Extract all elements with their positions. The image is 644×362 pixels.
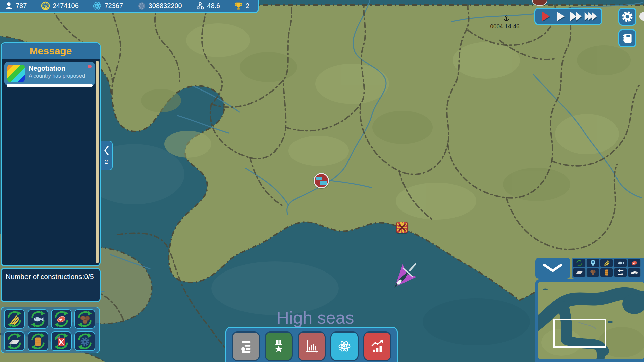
filter-location-button[interactable] (586, 259, 599, 267)
statistics-button[interactable] (299, 333, 325, 360)
recycle-icon (576, 260, 583, 266)
trophy-stat: 2 (234, 2, 249, 10)
research-button[interactable] (331, 333, 358, 360)
minimap-panel (535, 279, 644, 362)
population-stat: 787 (5, 2, 27, 10)
journal-button[interactable] (618, 29, 636, 47)
resource-fish-button[interactable] (28, 309, 48, 329)
filter-barrel-button[interactable] (600, 268, 613, 277)
resource-barrel-button[interactable] (28, 331, 48, 351)
meat-recycle-icon (52, 310, 70, 328)
resource-fuel-button[interactable] (51, 331, 72, 351)
chevron-left-icon (104, 146, 109, 155)
fast-speed-button[interactable] (569, 10, 583, 23)
resource-wheat-button[interactable] (4, 309, 25, 329)
svg-text:$: $ (44, 4, 47, 9)
filter-fish-button[interactable] (614, 259, 627, 267)
science-icon (93, 1, 102, 10)
chevron-down-icon (543, 264, 563, 273)
world-value: 308832200 (149, 2, 182, 10)
bar-chart-icon (304, 339, 319, 354)
population-icon (5, 2, 13, 10)
aircraft-sprite[interactable] (388, 258, 422, 293)
game-date: 0004-14-46 (483, 23, 527, 30)
filter-diplomacy-button[interactable] (628, 268, 641, 277)
wheat-icon (603, 260, 610, 266)
diplomacy-value: 48.6 (207, 2, 220, 10)
message-panel: Message Negotiation A country has propos… (1, 42, 101, 266)
filter-trade-button[interactable] (614, 268, 627, 277)
diplomacy-network-icon (196, 2, 204, 10)
collapse-count: 2 (105, 159, 108, 165)
barrel-recycle-icon (29, 332, 47, 350)
message-scrollbar[interactable] (96, 61, 99, 263)
current-speed-button[interactable] (539, 10, 553, 23)
diplomacy-stat: 48.6 (196, 2, 220, 10)
barrel-icon (604, 269, 609, 276)
flag-field (320, 181, 327, 185)
settings-button[interactable] (618, 8, 636, 26)
constructions-label: Number of constructions:0/5 (6, 273, 94, 280)
flag-field (316, 177, 322, 180)
trophy-icon (234, 2, 243, 10)
location-pin-icon (590, 260, 596, 267)
message-collapse-tab[interactable]: 2 (101, 141, 113, 170)
main-toolbar (225, 327, 398, 362)
medal-icon (271, 339, 286, 354)
minimap-filter-bar (572, 258, 644, 279)
gear-recycle-icon (76, 332, 94, 350)
filter-recycle-button[interactable] (573, 259, 586, 267)
fastest-speed-button[interactable] (584, 10, 597, 23)
science-stat: 72367 (93, 1, 123, 10)
game-screen: High seas 0004-14-46 787 (0, 0, 644, 362)
science-value: 72367 (104, 2, 123, 10)
resource-trade-grid (1, 307, 100, 353)
play-speed-button[interactable] (554, 10, 568, 23)
resource-gear-button[interactable] (74, 331, 95, 351)
filter-wheat-button[interactable] (600, 259, 613, 267)
handshake-icon (630, 269, 638, 276)
fish-recycle-icon (29, 310, 47, 328)
wheat-recycle-icon (5, 310, 23, 328)
money-value: 2474106 (53, 2, 79, 10)
message-title: Negotiation (29, 65, 92, 72)
production-overview-button[interactable] (233, 333, 259, 360)
world-stat: 308832200 (137, 2, 182, 10)
message-subtitle: A country has proposed (29, 73, 92, 79)
filter-iron-button[interactable] (573, 268, 586, 277)
battle-marker[interactable] (396, 222, 408, 233)
money-icon: $ (41, 1, 50, 10)
meat-icon (631, 260, 638, 266)
gear-icon (621, 10, 634, 23)
message-item[interactable]: Negotiation A country has proposed (4, 62, 95, 85)
region-label: High seas (215, 308, 416, 328)
filter-meat-button[interactable] (628, 259, 641, 267)
minimap-collapse-tab[interactable] (535, 258, 570, 279)
trend-up-icon (370, 339, 385, 354)
message-timer-bar (7, 84, 93, 87)
unread-dot (88, 65, 92, 68)
achievements-button[interactable] (266, 333, 292, 360)
minimap-viewport[interactable] (553, 319, 606, 348)
resource-meat-button[interactable] (51, 309, 72, 329)
notebook-icon (621, 32, 633, 44)
country-flag-icon (7, 65, 25, 82)
filter-potatoes-button[interactable] (586, 268, 599, 277)
speed-control-panel (534, 8, 602, 25)
anchor-icon (503, 15, 510, 22)
capital-flag-marker[interactable] (314, 173, 329, 188)
population-value: 787 (16, 2, 27, 10)
constructions-panel: Number of constructions:0/5 (1, 268, 101, 302)
potatoes-recycle-icon (76, 310, 94, 328)
trade-arrows-icon (617, 269, 624, 276)
fish-icon (616, 260, 625, 266)
minimap[interactable] (538, 282, 644, 359)
money-stat: $ 2474106 (41, 1, 79, 10)
resource-potatoes-button[interactable] (74, 309, 95, 329)
world-icon (137, 2, 146, 10)
resource-iron-button[interactable] (4, 331, 25, 351)
economy-trends-button[interactable] (364, 333, 390, 360)
atom-icon (336, 338, 353, 354)
list-overview-icon (238, 339, 254, 354)
resource-top-bar: 787 $ 2474106 72367 (0, 0, 259, 13)
